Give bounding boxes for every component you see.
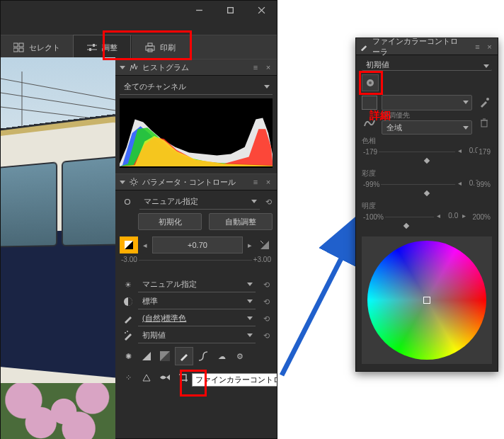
revert-icon[interactable]: ⟲	[260, 314, 273, 323]
param-label: 彩度	[362, 169, 492, 178]
revert-icon[interactable]: ⟲	[260, 297, 273, 306]
exposure-value[interactable]: +0.70	[152, 236, 243, 253]
image-preview[interactable]	[1, 57, 115, 439]
dropdown-value: 全域	[386, 122, 402, 133]
param-ctrl-header[interactable]: パラメータ・コントロール ≡ ×	[115, 173, 277, 190]
tab-adjust[interactable]: 調整	[73, 35, 131, 60]
fish-icon[interactable]	[156, 369, 173, 386]
decrement-icon[interactable]: ◂	[435, 212, 445, 219]
mode-dropdown[interactable]: マニュアル指定	[139, 195, 260, 210]
gear-tool-icon[interactable]: ⚙	[231, 348, 248, 365]
preset-dropdown[interactable]: 初期値	[362, 59, 492, 71]
tooltip: ファインカラーコントローラ	[192, 373, 277, 387]
panel-menu-icon[interactable]: ≡	[474, 42, 481, 51]
side-panels: ヒストグラム ≡ × 全てのチャンネル パラメータ・コントロール	[115, 59, 277, 438]
panel-menu-icon[interactable]: ≡	[251, 63, 260, 72]
luminance-slider[interactable]: -100% ◂0.0▸ 200%	[362, 211, 492, 222]
triangle-icon[interactable]	[138, 369, 155, 386]
color-dropdown[interactable]: (自然)標準色	[138, 312, 256, 326]
exposure-icon	[120, 236, 138, 253]
sample-color-swatch[interactable]	[362, 96, 377, 110]
tab-print[interactable]: 印刷	[131, 35, 188, 59]
svg-rect-9	[93, 44, 95, 47]
fcc-header[interactable]: ファインカラーコントローラ ≡ ×	[356, 38, 498, 55]
slider-knob[interactable]	[424, 190, 430, 196]
color-wheel[interactable]	[367, 241, 486, 360]
svg-line-27	[131, 184, 132, 185]
histogram-plot	[120, 98, 273, 168]
color-wheel-cursor[interactable]	[423, 297, 430, 304]
slider-knob[interactable]	[403, 223, 408, 229]
decrement-icon[interactable]: ◂	[457, 179, 466, 187]
close-button[interactable]	[246, 1, 277, 19]
printer-icon	[144, 42, 156, 52]
cloud-icon[interactable]: ☁	[213, 348, 230, 365]
decrement-icon[interactable]: ◂	[141, 241, 149, 250]
value-text: +0.70	[188, 241, 207, 249]
chevron-down-icon	[247, 333, 253, 337]
revert-icon[interactable]: ⟲	[260, 331, 273, 340]
scope-label: 階調優先	[382, 110, 472, 120]
tooltip-text: ファインカラーコントローラ	[195, 375, 277, 384]
dots-icon[interactable]: ⁘	[120, 369, 137, 386]
svg-line-41	[282, 219, 361, 375]
mode-tabbar: セレクト 調整 印刷	[1, 35, 277, 60]
contrast-icon	[120, 297, 137, 307]
minimize-button[interactable]	[183, 1, 214, 19]
revert-icon[interactable]: ⟲	[264, 198, 273, 206]
gear-icon	[130, 178, 138, 186]
saturation-slider[interactable]: -99% ◂0.0▸ 99%	[362, 178, 492, 190]
exposure-slider[interactable]: -3.00 +3.00	[120, 256, 273, 263]
auto-adjust-button[interactable]: 自動調整	[209, 213, 273, 230]
param-label: 色相	[362, 136, 492, 146]
increment-icon[interactable]: ▸	[246, 241, 254, 250]
sliders-icon	[86, 42, 98, 52]
maximize-button[interactable]	[214, 1, 246, 19]
tab-label: 印刷	[160, 42, 176, 53]
hue-slider[interactable]: -179 ◂0.0▸ 179	[362, 146, 492, 157]
channel-dropdown[interactable]: 全てのチャンネル	[120, 80, 273, 95]
svg-rect-5	[19, 43, 23, 47]
svg-point-34	[125, 332, 126, 333]
svg-line-26	[136, 179, 137, 180]
panel-close-icon[interactable]: ×	[264, 178, 273, 186]
detail-toggle-button[interactable]	[362, 74, 379, 91]
dropdown-value: 標準	[142, 296, 158, 307]
tab-select[interactable]: セレクト	[1, 35, 73, 59]
sample-color-dropdown[interactable]	[382, 95, 472, 110]
panel-title: パラメータ・コントロール	[142, 177, 236, 188]
crop-icon[interactable]	[175, 369, 192, 386]
panel-close-icon[interactable]: ×	[486, 42, 493, 51]
curve-icon[interactable]	[195, 348, 212, 365]
histogram-header[interactable]: ヒストグラム ≡ ×	[115, 59, 277, 76]
auto-exposure-icon[interactable]	[257, 241, 273, 249]
svg-line-32	[260, 241, 263, 244]
gradation-icon[interactable]	[156, 348, 173, 365]
svg-point-43	[369, 81, 372, 84]
nr-dropdown[interactable]: 初期値	[138, 329, 256, 343]
panel-menu-icon[interactable]: ≡	[251, 178, 260, 186]
revert-icon[interactable]: ⟲	[260, 280, 273, 289]
decrement-icon[interactable]: ◂	[457, 147, 466, 154]
wb-dropdown[interactable]: マニュアル指定	[138, 278, 256, 292]
svg-marker-39	[143, 375, 150, 381]
scope-dropdown[interactable]: 全域	[382, 120, 472, 135]
contrast-small-icon[interactable]	[138, 348, 155, 365]
svg-marker-36	[142, 352, 151, 360]
svg-point-19	[132, 180, 136, 184]
slider-min: -99%	[362, 181, 381, 188]
chevron-down-icon	[463, 101, 469, 104]
dropdown-value: 初期値	[142, 330, 166, 341]
trash-icon[interactable]	[476, 115, 492, 130]
slider-knob[interactable]	[424, 158, 430, 164]
svg-rect-1	[227, 7, 233, 13]
sun-small-icon[interactable]: ✺	[120, 348, 137, 365]
collapse-icon	[120, 181, 125, 184]
tone-dropdown[interactable]: 標準	[138, 295, 256, 309]
fine-color-controller-button[interactable]	[175, 347, 193, 365]
eyedropper-icon[interactable]	[476, 95, 492, 110]
reset-button[interactable]: 初期化	[138, 213, 202, 230]
slider-min: -100%	[362, 213, 385, 221]
increment-icon[interactable]: ▸	[461, 212, 471, 219]
panel-close-icon[interactable]: ×	[264, 63, 273, 72]
